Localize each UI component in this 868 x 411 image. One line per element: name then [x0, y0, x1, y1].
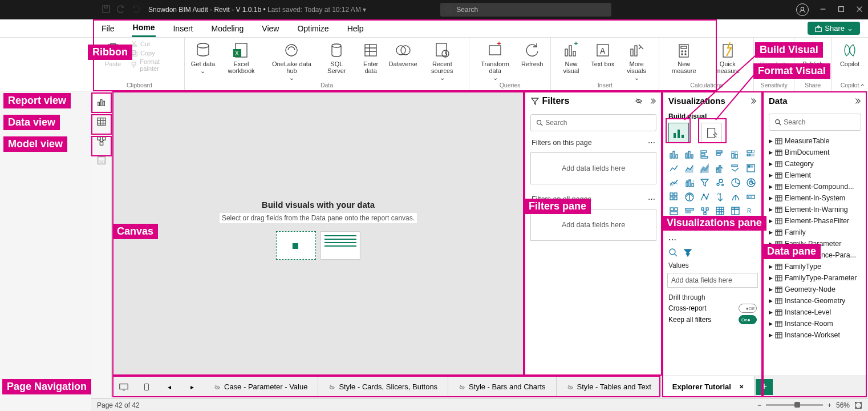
build-visual-mode[interactable]	[668, 123, 689, 143]
zoom-out-icon[interactable]: −	[757, 401, 761, 409]
table-Element-In-System[interactable]: ▶Element-In-System	[765, 192, 865, 204]
viz-type-7[interactable]	[683, 162, 696, 175]
get-data-button[interactable]: Get data ⌄	[190, 40, 216, 81]
drill-icon[interactable]	[683, 248, 692, 257]
ribbon-collapse-icon[interactable]: ⌃	[860, 83, 865, 90]
table-Instance-Workset[interactable]: ▶Instance-Workset	[765, 329, 865, 341]
transform-data-button[interactable]: Transform data ⌄	[475, 40, 515, 81]
viz-type-15[interactable]	[713, 176, 727, 189]
mobile-layout-icon[interactable]	[135, 376, 158, 397]
minimize-icon[interactable]	[819, 5, 827, 15]
table-Element-PhaseFilter[interactable]: ▶Element-PhaseFilter	[765, 215, 865, 227]
cross-report-toggle[interactable]: ● Off	[739, 304, 757, 313]
table-Instance-Room[interactable]: ▶Instance-Room	[765, 318, 865, 329]
share-button[interactable]: Share ⌄	[808, 22, 860, 35]
onelake-button[interactable]: OneLake data hub ⌄	[267, 40, 317, 81]
tab-optimize[interactable]: Optimize	[296, 21, 330, 37]
page-tab[interactable]: Case - Parameter - Value	[204, 376, 318, 397]
prev-page-icon[interactable]: ◂	[158, 376, 181, 397]
zoom-slider[interactable]	[766, 404, 823, 406]
viz-type-0[interactable]	[667, 148, 681, 160]
more-icon[interactable]: ⋯	[648, 195, 655, 203]
fit-page-icon[interactable]	[854, 401, 862, 409]
table-MeasureTable[interactable]: ▶MeasureTable	[765, 135, 865, 147]
format-visual-mode[interactable]	[701, 123, 722, 143]
table-Instance-Geometry[interactable]: ▶Instance-Geometry	[765, 295, 865, 307]
values-drop[interactable]: Add data fields here	[667, 273, 758, 288]
table-Category[interactable]: ▶Category	[765, 158, 865, 170]
viz-type-4[interactable]	[729, 148, 743, 160]
table-Element-Compound...[interactable]: ▶Element-Compound...	[765, 181, 865, 192]
viz-type-8[interactable]	[698, 162, 712, 175]
desktop-layout-icon[interactable]	[112, 376, 135, 397]
dax-view-button[interactable]: DAX	[92, 151, 111, 170]
more-icon[interactable]: ⋯	[648, 138, 655, 147]
text-box-button[interactable]: AText box	[590, 40, 615, 81]
report-canvas[interactable]: Build visuals with your data Select or d…	[112, 91, 524, 376]
page-tab[interactable]: Style - Tables and Text	[557, 376, 662, 397]
viz-type-12[interactable]	[667, 176, 681, 189]
page-tab[interactable]: Explorer Tutorial✕	[662, 376, 755, 397]
new-visual-button[interactable]: New visual	[557, 40, 586, 81]
next-page-icon[interactable]: ▸	[181, 376, 204, 397]
excel-button[interactable]: XExcel workbook	[220, 40, 262, 81]
data-search[interactable]: Search	[769, 114, 861, 131]
table-Geometry-Node[interactable]: ▶Geometry-Node	[765, 284, 865, 295]
filters-page-drop[interactable]: Add data fields here	[530, 152, 656, 184]
search-visual-icon[interactable]	[668, 248, 678, 257]
copilot-button[interactable]: Copilot	[837, 40, 862, 67]
viz-type-11[interactable]	[744, 162, 758, 175]
tab-insert[interactable]: Insert	[172, 21, 194, 37]
enter-data-button[interactable]: Enter data	[357, 40, 385, 81]
recent-sources-button[interactable]: Recent sources ⌄	[421, 40, 463, 81]
tab-modeling[interactable]: Modeling	[210, 21, 245, 37]
table-Instance-Level[interactable]: ▶Instance-Level	[765, 307, 865, 318]
redo-icon[interactable]	[131, 5, 140, 15]
table-Family[interactable]: ▶Family	[765, 227, 865, 238]
viz-type-5[interactable]	[744, 148, 758, 160]
table-Element-In-Warning[interactable]: ▶Element-In-Warning	[765, 204, 865, 215]
viz-type-19[interactable]	[683, 191, 696, 203]
sql-button[interactable]: SQL Server	[321, 40, 352, 81]
refresh-button[interactable]: Refresh	[520, 40, 545, 81]
account-icon[interactable]	[796, 3, 809, 16]
zoom-in-icon[interactable]: +	[828, 401, 832, 409]
tab-home[interactable]: Home	[132, 19, 156, 37]
tab-view[interactable]: View	[261, 21, 280, 37]
table-BimDocument[interactable]: ▶BimDocument	[765, 147, 865, 158]
model-view-button[interactable]	[92, 132, 111, 150]
new-measure-button[interactable]: New measure	[665, 40, 703, 74]
hide-icon[interactable]	[635, 97, 643, 105]
viz-type-20[interactable]	[698, 191, 712, 203]
viz-type-23[interactable]: 123	[744, 191, 758, 203]
add-page-button[interactable]: +	[756, 379, 773, 395]
viz-type-18[interactable]	[667, 191, 681, 203]
report-view-button[interactable]	[92, 93, 111, 111]
quick-measure-button[interactable]: Quick measure	[707, 40, 748, 74]
viz-type-16[interactable]	[729, 176, 743, 189]
viz-type-2[interactable]	[698, 148, 712, 160]
viz-type-22[interactable]	[729, 191, 743, 203]
keep-filters-toggle[interactable]: On ●	[739, 315, 757, 324]
more-visuals-button[interactable]: More visuals ⌄	[620, 40, 654, 81]
save-icon[interactable]	[102, 5, 111, 15]
tab-help[interactable]: Help	[346, 21, 365, 37]
viz-type-3[interactable]	[713, 148, 727, 160]
page-tab[interactable]: Style - Bars and Charts	[448, 376, 556, 397]
collapse-icon[interactable]	[749, 97, 757, 105]
global-search[interactable]: Search	[440, 3, 611, 17]
table-FamilyType-Parameter[interactable]: ▶FamilyType-Parameter	[765, 272, 865, 284]
collapse-icon[interactable]	[648, 97, 656, 105]
viz-type-9[interactable]	[713, 162, 727, 175]
table-Element[interactable]: ▶Element	[765, 170, 865, 181]
table-FamilyType[interactable]: ▶FamilyType	[765, 261, 865, 272]
more-visuals-icon[interactable]: ⋯	[663, 233, 762, 247]
close-icon[interactable]	[855, 5, 863, 15]
filters-search[interactable]: Search	[530, 114, 656, 131]
viz-type-17[interactable]	[744, 176, 758, 189]
page-tab[interactable]: Style - Cards, Slicers, Buttons	[318, 376, 448, 397]
collapse-icon[interactable]	[853, 97, 861, 105]
data-view-button[interactable]	[92, 112, 111, 131]
maximize-icon[interactable]	[837, 5, 845, 15]
viz-type-21[interactable]	[713, 191, 727, 203]
